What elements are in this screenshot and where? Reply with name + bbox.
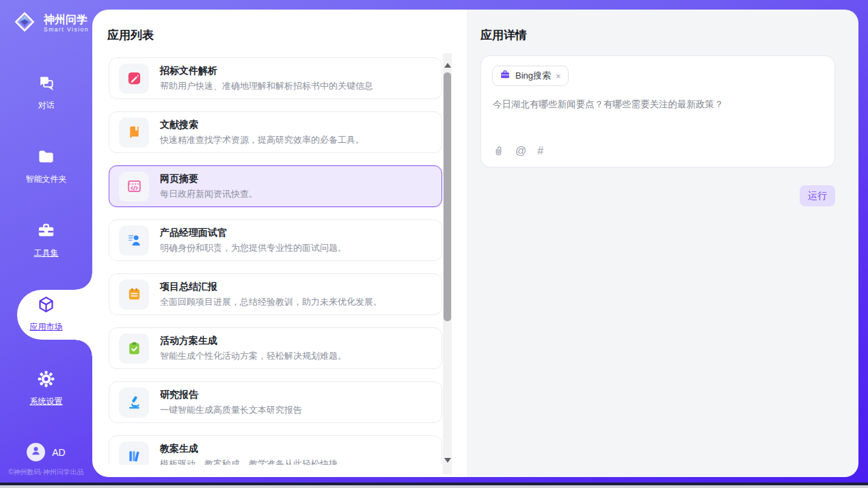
app-list-item-project-summary[interactable]: 项目总结汇报 全面回顾项目进展，总结经验教训，助力未来优化发展。 bbox=[109, 273, 442, 315]
tool-chip-label: Bing搜索 bbox=[515, 70, 551, 82]
note-icon bbox=[119, 280, 149, 310]
app-list: 招标文件解析 帮助用户快速、准确地理解和解析招标书中的关键信息 文献搜索 快速精… bbox=[109, 57, 442, 465]
app-list-item-web-summary[interactable]: 网页摘要 每日政府新闻资讯快查。 bbox=[109, 165, 442, 207]
toolbox-icon bbox=[37, 221, 55, 243]
at-mention-icon[interactable]: @ bbox=[515, 145, 526, 157]
clipboard-check-icon bbox=[119, 334, 149, 364]
app-list-item-literature-search[interactable]: 文献搜索 快速精准查找学术资源，提高研究效率的必备工具。 bbox=[109, 111, 442, 153]
app-list-item-event-plan[interactable]: 活动方案生成 智能生成个性化活动方案，轻松解决规划难题。 bbox=[109, 327, 442, 369]
scrollbar-thumb[interactable] bbox=[444, 72, 451, 321]
app-list-item-research-report[interactable]: 研究报告 一键智能生成高质量长文本研究报告 bbox=[109, 381, 442, 423]
scrollbar-up-arrow-icon[interactable] bbox=[444, 63, 451, 68]
user-icon bbox=[30, 445, 42, 459]
window-bottom-strip bbox=[0, 485, 868, 488]
app-list-title: 应用列表 bbox=[107, 27, 154, 43]
user-account[interactable]: AD bbox=[0, 443, 92, 461]
sidebar-item-smart-folder[interactable]: 智能文件夹 bbox=[0, 148, 92, 185]
user-name: AD bbox=[52, 447, 65, 458]
copyright-text: ©神州数码·神州问学出品 bbox=[0, 467, 92, 477]
active-tab-curve-bottom bbox=[76, 340, 92, 356]
app-list-item-bid-doc-parse[interactable]: 招标文件解析 帮助用户快速、准确地理解和解析招标书中的关键信息 bbox=[109, 57, 442, 99]
microscope-icon bbox=[119, 388, 149, 418]
books-icon bbox=[119, 442, 149, 465]
webpage-code-icon bbox=[119, 172, 149, 202]
sidebar-item-settings[interactable]: 系统设置 bbox=[0, 370, 92, 407]
avatar bbox=[27, 443, 45, 461]
prompt-card: Bing搜索 × 今日湖北有哪些新闻要点？有哪些需要关注的最新政策？ @ # bbox=[480, 55, 835, 167]
interviewer-icon bbox=[119, 226, 149, 256]
app-list-item-pm-interviewer[interactable]: 产品经理面试官 明确身份和职责，为您提供专业性的面试问题。 bbox=[109, 219, 442, 261]
folder-icon bbox=[37, 148, 55, 169]
sidebar-item-app-market[interactable]: 应用市场 bbox=[0, 295, 92, 333]
app-window: 应用列表 招标文件解析 帮助用户快速、准确地理解和解析招标书中的关键信息 文献搜… bbox=[0, 0, 868, 488]
composer-toolbar: @ # bbox=[493, 145, 543, 157]
hashtag-icon[interactable]: # bbox=[537, 145, 543, 157]
pen-square-icon bbox=[119, 64, 149, 94]
brand-name: 神州问学 bbox=[44, 14, 89, 26]
cube-icon bbox=[37, 295, 55, 316]
paperclip-icon[interactable] bbox=[493, 145, 504, 157]
book-icon bbox=[119, 118, 149, 148]
gear-icon bbox=[37, 370, 55, 391]
app-list-item-lesson-plan[interactable]: 教案生成 模板驱动，教案秒成，教学准备从此轻松快捷 bbox=[109, 435, 442, 465]
brand-diamond-icon bbox=[11, 8, 38, 38]
tool-chip-bing-search[interactable]: Bing搜索 × bbox=[492, 66, 569, 86]
sidebar-item-chat[interactable]: 对话 bbox=[0, 74, 92, 111]
sidebar-item-toolset[interactable]: 工具集 bbox=[0, 221, 92, 259]
briefcase-icon bbox=[500, 69, 511, 83]
app-list-panel: 应用列表 招标文件解析 帮助用户快速、准确地理解和解析招标书中的关键信息 文献搜… bbox=[92, 10, 467, 477]
app-detail-title: 应用详情 bbox=[480, 27, 527, 43]
chat-icon bbox=[37, 74, 55, 95]
prompt-input[interactable]: 今日湖北有哪些新闻要点？有哪些需要关注的最新政策？ bbox=[493, 98, 821, 111]
active-tab-curve-top bbox=[76, 273, 92, 290]
app-detail-panel: 应用详情 Bing搜索 × 今日湖北有哪些新闻要点？有哪些需要关注的最新政策？ … bbox=[467, 10, 858, 477]
chip-close-icon[interactable]: × bbox=[556, 72, 561, 81]
brand-subtitle: Smart Vision bbox=[44, 26, 89, 33]
brand-logo: 神州问学 Smart Vision bbox=[11, 8, 89, 38]
run-button[interactable]: 运行 bbox=[800, 185, 835, 206]
scrollbar-down-arrow-icon[interactable] bbox=[444, 458, 451, 463]
